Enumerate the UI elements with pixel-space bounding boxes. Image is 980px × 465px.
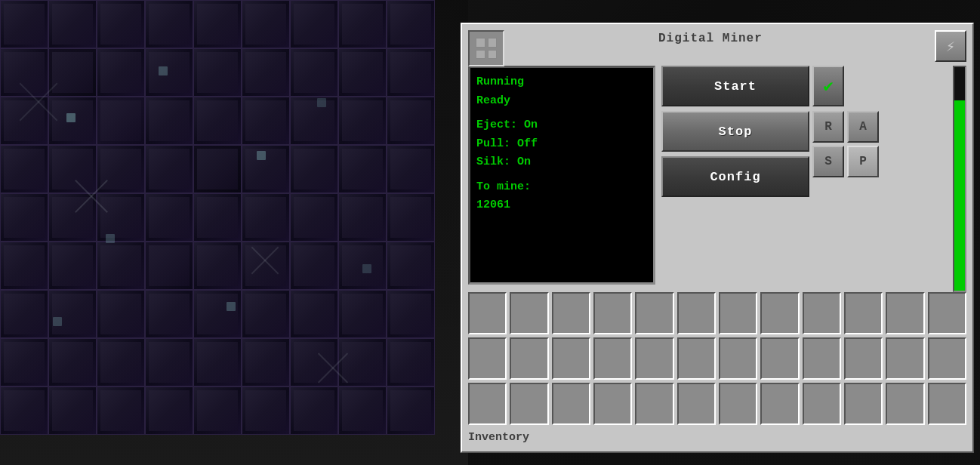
inv-slot[interactable] xyxy=(844,337,883,380)
cave-block xyxy=(290,290,338,338)
cave-block xyxy=(387,193,435,242)
inv-slot[interactable] xyxy=(468,292,507,334)
status-running: Running xyxy=(476,74,647,91)
inv-slot[interactable] xyxy=(886,292,924,334)
cave-block xyxy=(193,193,242,242)
cave-block xyxy=(145,97,193,145)
inv-slot[interactable] xyxy=(552,337,590,380)
inv-slot[interactable] xyxy=(510,337,548,380)
cave-block xyxy=(338,0,387,48)
grid-cell xyxy=(476,38,485,48)
cave-block xyxy=(290,242,338,290)
inv-slot[interactable] xyxy=(760,383,799,425)
inv-slot[interactable] xyxy=(635,383,673,425)
inv-slot[interactable] xyxy=(677,292,716,334)
inv-slot[interactable] xyxy=(928,337,966,380)
inv-slot[interactable] xyxy=(677,383,716,425)
inv-slot[interactable] xyxy=(928,292,966,334)
inv-slot[interactable] xyxy=(593,383,632,425)
status-spacer2 xyxy=(476,173,647,179)
cave-block xyxy=(242,0,290,48)
cave-block xyxy=(193,97,242,145)
status-silk: Silk: On xyxy=(476,154,647,171)
cave-block xyxy=(193,0,242,48)
energy-button[interactable]: ⚡ xyxy=(935,30,966,62)
cave-block xyxy=(338,386,387,435)
shine-accent xyxy=(53,317,62,326)
inv-slot[interactable] xyxy=(635,292,673,334)
status-text-area: Running Ready Eject: On Pull: Off Silk: … xyxy=(476,74,647,214)
cave-block xyxy=(242,193,290,242)
inv-slot[interactable] xyxy=(468,337,507,380)
inv-slot[interactable] xyxy=(719,383,757,425)
inv-slot[interactable] xyxy=(593,292,632,334)
cave-block xyxy=(145,290,193,338)
inv-slot[interactable] xyxy=(803,337,841,380)
cave-block xyxy=(0,290,48,338)
inv-slot[interactable] xyxy=(760,292,799,334)
inv-slot[interactable] xyxy=(886,383,924,425)
inv-slot[interactable] xyxy=(803,292,841,334)
cave-block xyxy=(193,290,242,338)
p-button[interactable]: P xyxy=(847,146,879,177)
inv-slot[interactable] xyxy=(886,337,924,380)
cave-block xyxy=(145,338,193,386)
status-ready: Ready xyxy=(476,93,647,110)
config-button[interactable]: Config xyxy=(661,156,809,197)
inv-slot[interactable] xyxy=(510,292,548,334)
cave-background xyxy=(0,0,468,465)
shine-accent xyxy=(257,151,266,160)
inv-slot[interactable] xyxy=(803,383,841,425)
cave-block xyxy=(48,386,97,435)
cave-block xyxy=(97,242,145,290)
inv-slot[interactable] xyxy=(552,383,590,425)
cave-block xyxy=(0,338,48,386)
a-button[interactable]: A xyxy=(847,111,879,143)
digital-miner-panel: Digital Miner ⚡ Running Ready Eject: On … xyxy=(461,23,974,453)
shine-accent xyxy=(317,98,326,107)
inv-slot[interactable] xyxy=(844,383,883,425)
inv-slot[interactable] xyxy=(844,292,883,334)
shine-accent xyxy=(227,302,236,311)
energy-bar xyxy=(953,66,966,292)
cave-block xyxy=(193,386,242,435)
grid-cell xyxy=(488,50,498,60)
inv-slot[interactable] xyxy=(510,383,548,425)
inv-slot[interactable] xyxy=(719,337,757,380)
cave-block xyxy=(193,145,242,193)
inv-slot[interactable] xyxy=(928,383,966,425)
energy-bar-fill xyxy=(954,100,965,291)
panel-title: Digital Miner xyxy=(658,32,763,45)
cave-block xyxy=(387,48,435,97)
s-button[interactable]: S xyxy=(812,146,844,177)
start-button[interactable]: Start xyxy=(661,66,809,106)
checkmark-button[interactable]: ✔ xyxy=(812,66,844,106)
inv-slot[interactable] xyxy=(468,383,507,425)
inv-slot[interactable] xyxy=(552,292,590,334)
cave-block xyxy=(97,0,145,48)
inv-slot[interactable] xyxy=(635,337,673,380)
cave-block xyxy=(338,145,387,193)
cave-block xyxy=(242,386,290,435)
stop-button[interactable]: Stop xyxy=(661,111,809,152)
shine-accent xyxy=(159,66,168,75)
grid-cell xyxy=(488,38,498,48)
cave-block xyxy=(48,338,97,386)
filter-slot[interactable] xyxy=(468,30,504,66)
shine-accent xyxy=(66,113,76,122)
inv-slot[interactable] xyxy=(760,337,799,380)
cave-block xyxy=(48,193,97,242)
cave-block xyxy=(0,0,48,48)
cave-block xyxy=(290,0,338,48)
inv-slot[interactable] xyxy=(677,337,716,380)
cave-block xyxy=(97,338,145,386)
r-button[interactable]: R xyxy=(812,111,844,143)
inv-slot[interactable] xyxy=(719,292,757,334)
cave-block xyxy=(48,145,97,193)
cave-block xyxy=(338,290,387,338)
cave-block xyxy=(290,193,338,242)
inv-slot[interactable] xyxy=(593,337,632,380)
cave-block xyxy=(290,48,338,97)
mode-buttons: R A S P xyxy=(812,111,879,177)
cave-block xyxy=(0,386,48,435)
